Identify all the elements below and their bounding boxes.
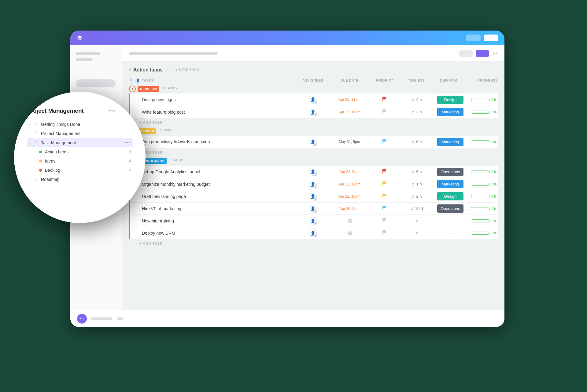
due-date[interactable]: Apr 22, 11am [330,97,369,102]
calendar-icon[interactable]: ▦ [330,218,369,224]
view-chip-2[interactable] [476,50,489,57]
add-task-button[interactable]: + ADD TASK [122,239,504,249]
task-name[interactable]: Hire VP of marketing [138,206,296,211]
settings-gear-icon[interactable]: ⚙ [492,50,498,57]
task-name[interactable]: Draft new landing page [138,194,296,199]
time-estimate[interactable]: ⧗5 h [400,169,434,174]
task-row[interactable]: Run productivity Adwords campaign 👤 May … [129,136,498,148]
assignee-add-icon[interactable]: 👤 [309,229,317,237]
task-row[interactable]: New hire training 👤 ▦ ⧗ - 0% [129,214,498,227]
assignee-add-icon[interactable]: 👤 [309,138,317,146]
time-estimate[interactable]: ⧗6 h [400,139,434,144]
progress-bar [471,219,490,222]
collapse-list-icon[interactable]: ▾ [129,68,131,72]
dept-tag[interactable]: Marketing [437,108,463,116]
priority-flag[interactable] [369,97,400,102]
time-estimate[interactable]: ⧗2 h [400,110,434,115]
folder-row[interactable]: ▸🗀Task Management••• [27,138,133,147]
task-name[interactable]: Write feature blog post [138,110,296,115]
info-icon[interactable]: i [165,68,170,72]
priority-flag[interactable] [369,194,400,199]
task-name[interactable]: Run productivity Adwords campaign [138,139,296,144]
task-row[interactable]: Deploy new CRM 👤 ▦ ⧗ - 0% [129,227,498,239]
task-row[interactable]: Hire VP of marketing 👤 Apr 26, 4pm ⧗10 d… [129,202,498,214]
status-label[interactable]: REVISION [138,86,159,92]
priority-flag[interactable] [369,218,400,223]
assignee-add-icon[interactable]: 👤 [309,192,317,200]
status-toggle-icon[interactable] [129,86,136,92]
folder-row[interactable]: ▸🗀Getting Things Done [27,120,133,129]
space-more-icon[interactable]: ••• [109,108,116,114]
due-date[interactable]: Apr 26, 4pm [330,207,369,211]
folder-label: Task Management [41,140,76,145]
priority-flag[interactable] [369,230,400,236]
assignee-add-icon[interactable]: 👤 [309,217,317,225]
time-estimate[interactable]: ⧗ [400,231,434,236]
priority-flag[interactable] [369,109,400,115]
view-chip-1[interactable] [459,50,473,57]
due-date[interactable]: Apr 22, 12pm [330,182,369,186]
assignee-add-icon[interactable]: 👤 [309,96,317,104]
priority-flag[interactable] [369,181,400,187]
time-estimate[interactable]: ⧗ [400,218,434,223]
time-estimate[interactable]: ⧗1 h [400,182,434,187]
progress-cell[interactable]: 0% [467,231,498,235]
titlebar-toggle-2[interactable] [484,35,498,41]
priority-flag[interactable] [369,169,400,174]
task-row[interactable]: Write feature blog post 👤 Apr 23, 10am ⧗… [129,106,498,118]
progress-cell[interactable]: 0% [467,182,498,186]
due-date[interactable]: Apr 22, 5pm [330,170,369,174]
progress-cell[interactable]: 0% [467,110,498,114]
dept-tag[interactable]: Design [437,192,463,200]
progress-bar [471,207,490,210]
calendar-icon[interactable]: ▦ [330,230,369,236]
list-row[interactable]: Ideas4 [35,156,133,166]
dept-tag[interactable]: Operations [437,168,463,176]
progress-cell[interactable]: 0% [467,170,498,174]
progress-cell[interactable]: 0% [467,140,498,144]
sidebar-search-placeholder[interactable] [76,79,116,87]
due-date[interactable]: Apr 22, 10am [330,194,369,199]
time-estimate[interactable]: ⧗3 h [400,97,434,102]
flag-column-icon[interactable]: ⚑ [129,77,133,84]
task-name[interactable]: Set up Google Analytics funnel [138,169,296,174]
task-name[interactable]: Design new logos [138,97,296,102]
dept-tag[interactable]: Marketing [437,138,463,146]
assignee-add-icon[interactable]: 👤 [309,168,317,176]
assignee-add-icon[interactable]: 👤 [309,205,317,213]
assignee-add-icon[interactable]: 👤 [309,180,317,188]
new-task-button[interactable]: + NEW TASK [175,68,199,72]
dept-tag[interactable]: Marketing [437,180,463,188]
task-name[interactable]: Deploy new CRM [138,231,296,236]
folder-row[interactable]: ▸🗀Project Management [27,129,133,138]
folder-more-icon[interactable]: ••• [124,140,131,145]
due-date[interactable]: May 31, 5pm [330,140,369,144]
dept-tag[interactable]: Operations [437,204,463,213]
priority-flag[interactable] [369,206,400,211]
progress-bar [471,195,490,198]
list-row[interactable]: Backlog4 [35,166,133,175]
progress-cell[interactable]: 0% [467,98,498,101]
space-add-icon[interactable]: ＋ [120,108,124,114]
progress-cell[interactable]: 0% [467,219,498,223]
task-row[interactable]: Set up Google Analytics funnel 👤 Apr 22,… [129,166,498,178]
progress-pct: 0% [492,207,497,211]
task-row[interactable]: Draft new landing page 👤 Apr 22, 10am ⧗2… [129,190,498,202]
titlebar-toggle-1[interactable] [466,35,481,41]
progress-cell[interactable]: 0% [467,207,498,211]
folder-row[interactable]: ▸🗀Roadmap [27,175,133,184]
list-row[interactable]: Action Items9 [35,147,133,156]
task-name[interactable]: New hire training [138,218,296,223]
add-task-button[interactable]: + ADD TASK [122,118,504,128]
add-task-button[interactable]: + ADD TASK [122,148,504,158]
time-estimate[interactable]: ⧗10 d [400,206,434,211]
task-row[interactable]: Design new logos 👤 Apr 22, 11am ⧗3 h Des… [129,93,498,106]
priority-flag[interactable] [369,139,400,145]
task-row[interactable]: Organize monthly marketing budget 👤 Apr … [129,178,498,190]
dept-tag[interactable]: Design [437,96,463,104]
assignee-add-icon[interactable]: 👤 [309,108,317,116]
time-estimate[interactable]: ⧗2 h [400,194,434,199]
due-date[interactable]: Apr 23, 10am [330,110,369,114]
task-name[interactable]: Organize monthly marketing budget [138,182,296,187]
progress-cell[interactable]: 0% [467,195,498,198]
